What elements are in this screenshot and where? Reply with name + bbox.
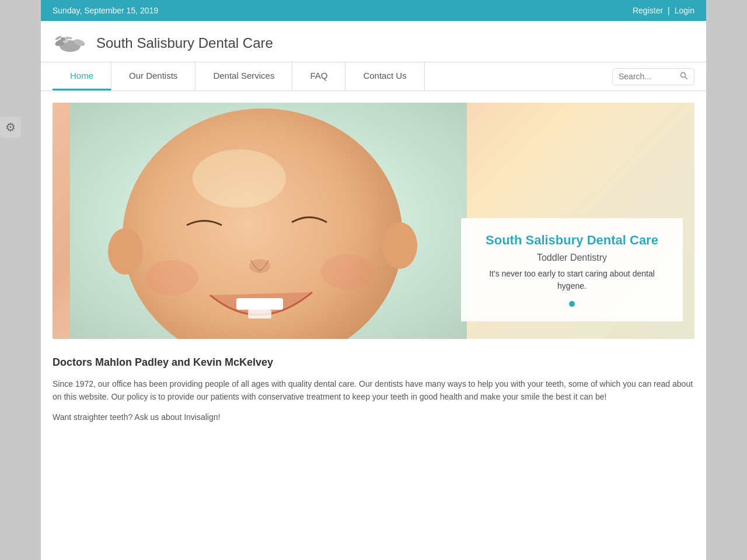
svg-point-7: [681, 72, 686, 77]
nav-bar: Home Our Dentists Dental Services FAQ Co…: [41, 62, 706, 91]
logo-icon: [53, 30, 88, 56]
top-bar-links: Register | Login: [633, 6, 694, 15]
hero-overlay-title: South Salisbury Dental Care: [479, 233, 665, 248]
search-icon: [680, 72, 688, 82]
nav-label-contact: Contact Us: [363, 71, 406, 80]
hero-overlay: South Salisbury Dental Care Toddler Dent…: [461, 218, 683, 321]
nav-item-dentists[interactable]: Our Dentists: [111, 62, 196, 90]
hero-section: South Salisbury Dental Care Toddler Dent…: [53, 103, 694, 339]
svg-point-14: [146, 260, 198, 295]
nav-item-services[interactable]: Dental Services: [196, 62, 292, 90]
hero-carousel-dots: [479, 301, 665, 307]
svg-point-11: [193, 149, 286, 208]
svg-point-16: [108, 228, 143, 275]
hero-overlay-body: It's never too early to start caring abo…: [479, 268, 665, 292]
hero-overlay-subtitle: Toddler Dentistry: [479, 253, 665, 263]
svg-rect-18: [248, 310, 271, 318]
content-section: Doctors Mahlon Padley and Kevin McKelvey…: [41, 339, 706, 448]
date-display: Sunday, September 15, 2019: [53, 6, 158, 15]
nav-items: Home Our Dentists Dental Services FAQ Co…: [53, 62, 612, 90]
nav-item-contact[interactable]: Contact Us: [345, 62, 424, 90]
register-link[interactable]: Register: [633, 6, 663, 15]
search-input[interactable]: [619, 72, 677, 81]
login-link[interactable]: Login: [675, 6, 694, 15]
hero-baby-image: [70, 103, 467, 339]
page-container: Sunday, September 15, 2019 Register | Lo…: [41, 0, 706, 560]
svg-point-17: [382, 222, 417, 269]
svg-point-4: [61, 37, 65, 41]
gear-icon: ⚙: [5, 120, 16, 134]
site-header: South Salisbury Dental Care: [41, 21, 706, 62]
content-paragraph-1: Since 1972, our office has been providin…: [53, 377, 694, 404]
content-heading: Doctors Mahlon Padley and Kevin McKelvey: [53, 356, 694, 369]
site-logo: [53, 30, 88, 56]
nav-item-home[interactable]: Home: [53, 62, 111, 90]
svg-rect-13: [236, 298, 283, 310]
link-separator: |: [668, 6, 670, 15]
settings-gear[interactable]: ⚙: [0, 117, 21, 138]
site-title: South Salisbury Dental Care: [96, 35, 273, 51]
nav-label-dentists: Our Dentists: [129, 71, 177, 80]
search-box: [612, 68, 694, 85]
nav-item-faq[interactable]: FAQ: [292, 62, 345, 90]
svg-line-8: [685, 77, 687, 79]
nav-label-home: Home: [70, 71, 93, 80]
content-paragraph-2: Want straighter teeth? Ask us about Invi…: [53, 411, 694, 424]
top-bar: Sunday, September 15, 2019 Register | Lo…: [41, 0, 706, 21]
nav-label-faq: FAQ: [310, 71, 327, 80]
nav-label-services: Dental Services: [213, 71, 274, 80]
carousel-dot-1[interactable]: [569, 301, 575, 307]
svg-point-15: [321, 254, 374, 289]
